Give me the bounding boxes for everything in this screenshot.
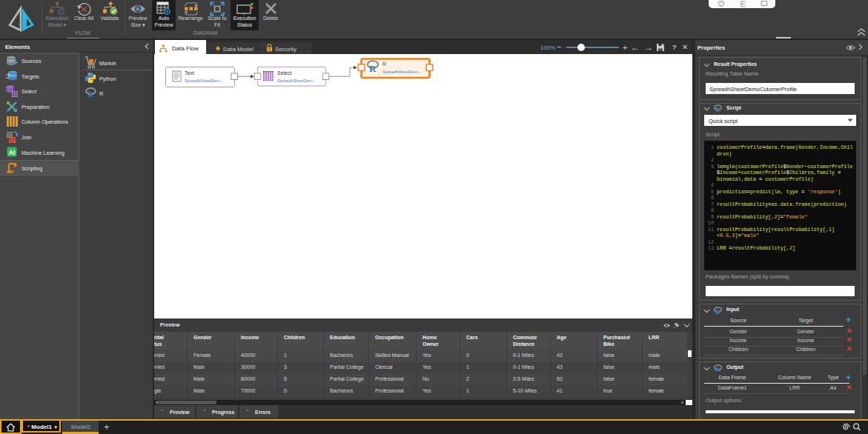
svg-text:R: R xyxy=(715,107,720,113)
svg-text:SpreadhSheetDem...: SpreadhSheetDem... xyxy=(185,79,224,83)
svg-text:R: R xyxy=(715,309,720,316)
svg-text:SpreadhSheetDem...: SpreadhSheetDem... xyxy=(277,79,317,83)
svg-text:Text: Text xyxy=(185,70,194,76)
svg-text:SpreadhSheetDem...: SpreadhSheetDem... xyxy=(382,70,422,74)
svg-text:R: R xyxy=(715,367,720,373)
svg-text:Select: Select xyxy=(277,70,292,76)
svg-text:R: R xyxy=(87,90,94,99)
svg-text:R: R xyxy=(382,61,386,67)
svg-text:AI: AI xyxy=(9,149,16,156)
svg-text:R: R xyxy=(369,63,377,74)
